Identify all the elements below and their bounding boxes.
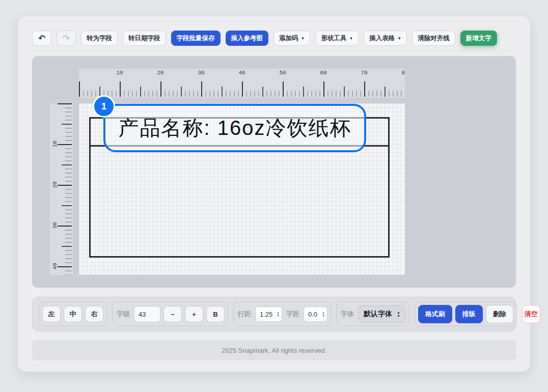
selection-badge: 1 <box>93 95 115 118</box>
font-size-increase-button[interactable]: + <box>185 306 203 322</box>
ruler-tick <box>91 91 92 97</box>
font-family-group: 字体 默认字体 ▲ ▼ <box>336 302 409 326</box>
ruler-tick <box>327 91 328 97</box>
ruler-tick <box>65 160 72 161</box>
ruler-tick <box>79 81 80 97</box>
align-group: 左 中 右 <box>39 302 107 326</box>
shape-tools-label: 形状工具 <box>321 34 346 43</box>
copyright-text: 2025 Snapmark. All rights reserved. <box>222 347 326 354</box>
ruler-tick <box>65 169 72 170</box>
ruler-tick <box>65 197 72 198</box>
ruler-tick <box>65 250 72 251</box>
undo-button[interactable]: ↶ <box>32 31 51 46</box>
stepper-down-icon[interactable]: ▼ <box>322 314 325 317</box>
ruler-tick <box>65 242 72 243</box>
ruler-tick <box>58 103 72 104</box>
convert-field-button[interactable]: 转为字段 <box>81 31 118 46</box>
convert-date-field-button[interactable]: 转日期字段 <box>123 31 166 46</box>
redo-button[interactable]: ↷ <box>57 31 76 46</box>
stepper-down-icon[interactable]: ▼ <box>277 314 280 317</box>
ruler-tick <box>65 156 72 157</box>
ruler-tick <box>62 164 72 165</box>
insert-reference-button[interactable]: 插入参考图 <box>226 31 269 46</box>
font-family-select[interactable]: 默认字体 ▲ ▼ <box>358 305 406 323</box>
ruler-tick <box>258 91 259 97</box>
ruler-tick <box>279 91 280 97</box>
ruler-tick <box>65 116 72 117</box>
letter-spacing-stepper[interactable]: ▲ ▼ <box>304 306 327 322</box>
stepper-arrows-icon[interactable]: ▲ ▼ <box>322 311 325 317</box>
typeset-button[interactable]: 排版 <box>455 305 483 323</box>
ruler-tick <box>376 91 377 97</box>
align-right-button[interactable]: 右 <box>85 306 103 322</box>
ruler-tick <box>136 91 137 97</box>
chevron-down-icon: ▼ <box>349 37 353 41</box>
ruler-label: 50 <box>279 70 286 76</box>
ruler-tick <box>58 226 72 227</box>
ruler-label: 20 <box>157 70 163 76</box>
ruler-tick <box>83 91 84 97</box>
bottom-toolbar: 左 中 右 字级 − + B 行距 ▲ ▼ 字距 ▲ <box>32 297 516 331</box>
ruler-tick <box>65 136 72 137</box>
ruler-tick <box>270 91 271 97</box>
font-size-input[interactable] <box>134 306 160 322</box>
ruler-tick <box>65 270 72 271</box>
insert-table-dropdown[interactable]: 插入表格 ▼ <box>364 31 407 46</box>
add-text-label: 新增文字 <box>466 34 491 43</box>
ruler-tick <box>58 144 72 145</box>
ruler-tick <box>364 81 365 97</box>
ruler-tick <box>201 81 202 97</box>
ruler-label: 30 <box>52 222 58 229</box>
bold-button[interactable]: B <box>206 306 225 322</box>
ruler-tick <box>160 81 161 97</box>
ruler-tick <box>340 91 341 97</box>
font-size-decrease-button[interactable]: − <box>163 306 182 322</box>
letter-spacing-input[interactable] <box>308 311 320 318</box>
ruler-tick <box>144 91 145 97</box>
batch-save-fields-button[interactable]: 字段批量保存 <box>171 31 221 46</box>
ruler-tick <box>230 91 231 97</box>
add-text-button[interactable]: 新增文字 <box>460 31 497 46</box>
ruler-tick <box>254 91 255 97</box>
stepper-arrows-icon[interactable]: ▲ ▼ <box>277 311 280 317</box>
clear-all-button[interactable]: 清空 <box>522 305 540 323</box>
ruler-tick <box>65 201 72 202</box>
format-painter-button[interactable]: 格式刷 <box>418 305 452 323</box>
design-canvas[interactable]: 产品名称: 16oz冷饮纸杯 1 <box>79 103 405 275</box>
ruler-label: 20 <box>52 181 58 188</box>
align-center-button[interactable]: 中 <box>64 306 82 322</box>
ruler-tick <box>120 81 121 97</box>
font-family-label: 字体 <box>340 310 355 319</box>
ruler-tick <box>169 91 170 97</box>
add-code-dropdown[interactable]: 添加码 ▼ <box>273 31 310 46</box>
font-family-value: 默认字体 <box>364 310 392 319</box>
shape-tools-dropdown[interactable]: 形状工具 ▼ <box>315 31 359 46</box>
ruler-tick <box>356 91 357 97</box>
ruler-tick <box>299 91 300 97</box>
product-name-text[interactable]: 产品名称: 16oz冷饮纸杯 <box>119 114 351 142</box>
select-down-icon: ▼ <box>397 314 400 318</box>
ruler-tick <box>156 91 157 97</box>
clear-guides-button[interactable]: 清除对齐线 <box>412 31 455 46</box>
clear-guides-label: 清除对齐线 <box>418 34 450 43</box>
ruler-tick <box>323 81 324 97</box>
delete-button[interactable]: 删除 <box>486 305 513 323</box>
ruler-tick <box>226 91 227 97</box>
ruler-tick <box>332 91 333 97</box>
ruler-tick <box>344 87 345 97</box>
ruler-tick <box>65 148 72 149</box>
ruler-tick <box>185 91 186 97</box>
ruler-label: 40 <box>238 70 245 76</box>
redo-icon: ↷ <box>63 33 70 43</box>
ruler-tick <box>65 209 72 210</box>
selected-text-element[interactable]: 产品名称: 16oz冷饮纸杯 <box>103 104 366 152</box>
ruler-tick <box>62 124 72 125</box>
ruler-tick <box>319 91 320 97</box>
ruler-tick <box>222 87 223 97</box>
align-left-button[interactable]: 左 <box>42 306 61 322</box>
line-spacing-input[interactable] <box>260 311 275 318</box>
ruler-tick <box>62 246 72 247</box>
line-spacing-stepper[interactable]: ▲ ▼ <box>255 306 282 322</box>
ruler-tick <box>65 107 72 108</box>
ruler-tick <box>311 91 312 97</box>
